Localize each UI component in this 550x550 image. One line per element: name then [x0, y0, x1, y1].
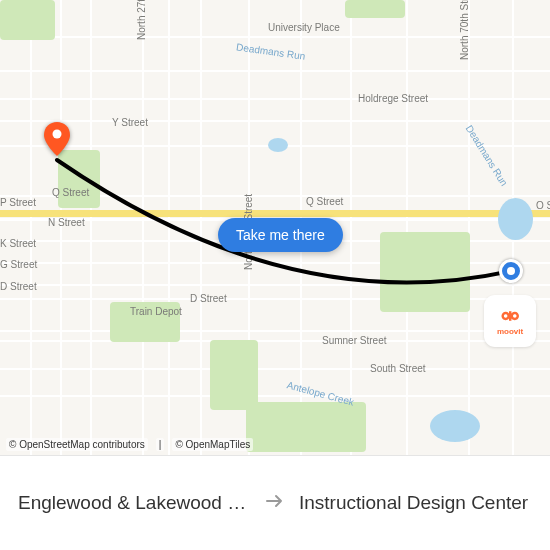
- street-label: D Street: [190, 293, 227, 304]
- street-label: Q Street: [52, 187, 89, 198]
- park-area: [345, 0, 405, 18]
- map-widget: North 27th Street North 70th Street Nort…: [0, 0, 550, 550]
- attribution-tiles[interactable]: © OpenMapTiles: [172, 438, 253, 451]
- street-label: K Street: [0, 238, 36, 249]
- map-canvas[interactable]: North 27th Street North 70th Street Nort…: [0, 0, 550, 455]
- street-label: G Street: [0, 259, 37, 270]
- moovit-mark-icon: ⚮: [497, 306, 523, 328]
- poi-label: Train Depot: [130, 306, 182, 317]
- street-label: Sumner Street: [322, 335, 386, 346]
- street-label: North 27th Street: [136, 0, 147, 40]
- arrow-right-icon: [263, 489, 287, 517]
- moovit-brand-label: moovit: [497, 328, 523, 336]
- park-area: [246, 402, 366, 452]
- street-label: South Street: [370, 363, 426, 374]
- svg-point-0: [53, 130, 62, 139]
- route-footer: Englewood & Lakewood Drive Instructional…: [0, 455, 550, 550]
- take-me-there-button[interactable]: Take me there: [218, 218, 343, 252]
- street-label: Holdrege Street: [358, 93, 428, 104]
- street-label: Y Street: [112, 117, 148, 128]
- park-area: [58, 150, 100, 208]
- o-street-road: [0, 210, 550, 217]
- route-to-label: Instructional Design Center: [299, 492, 532, 514]
- street-label: Q Street: [306, 196, 343, 207]
- lake: [498, 198, 533, 240]
- creek-label: Deadmans Run: [236, 41, 306, 62]
- route-from-label: Englewood & Lakewood Drive: [18, 492, 251, 514]
- creek-label: Deadmans Run: [464, 123, 510, 188]
- street-label: D Street: [0, 281, 37, 292]
- street-label: University Place: [268, 22, 340, 33]
- park-area: [0, 0, 55, 40]
- street-label: P Street: [0, 197, 36, 208]
- attribution-osm[interactable]: © OpenStreetMap contributors: [6, 438, 148, 451]
- park-area: [380, 232, 470, 312]
- cta-label: Take me there: [236, 227, 325, 243]
- street-label: N Street: [48, 217, 85, 228]
- origin-pin[interactable]: [499, 259, 523, 283]
- pond: [268, 138, 288, 152]
- park-area: [210, 340, 258, 410]
- street-label: O S: [536, 200, 550, 211]
- map-attribution: © OpenStreetMap contributors | © OpenMap…: [6, 438, 253, 451]
- lake: [430, 410, 480, 442]
- street-label: North 70th Street: [459, 0, 470, 60]
- destination-pin[interactable]: [44, 122, 70, 156]
- moovit-logo[interactable]: ⚮ moovit: [484, 295, 536, 347]
